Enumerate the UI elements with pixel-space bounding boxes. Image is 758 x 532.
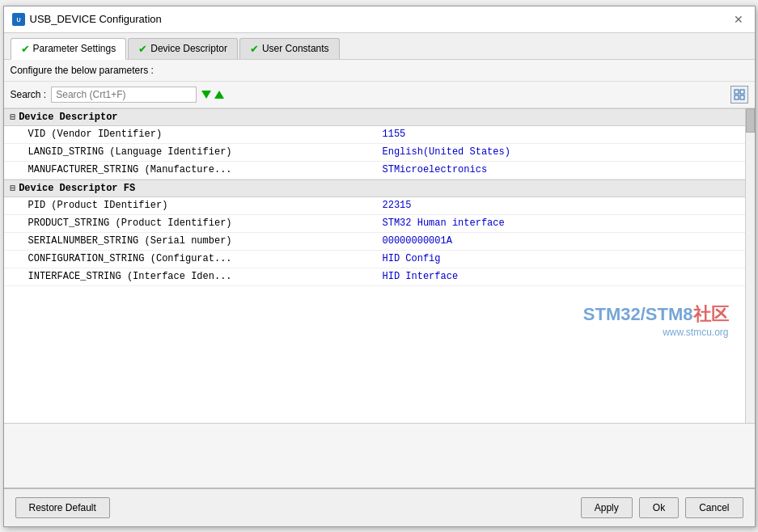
param-value[interactable]: 00000000001A (376, 233, 459, 249)
table-row: VID (Vendor IDentifier) 1155 (4, 126, 745, 144)
watermark-line1: STM32/STM8社区 (583, 302, 729, 327)
title-bar-left: U USB_DEVICE Configuration (12, 13, 162, 26)
grid-view-button[interactable] (730, 86, 748, 103)
svg-rect-4 (735, 95, 739, 99)
apply-button[interactable]: Apply (581, 497, 633, 518)
content-area: Configure the below parameters : Search … (4, 60, 755, 488)
tab-label: User Constants (262, 43, 329, 54)
param-name: PID (Product IDentifier) (4, 197, 376, 213)
svg-rect-3 (740, 90, 744, 94)
tab-check-icon: ✔ (250, 43, 259, 55)
ok-button[interactable]: Ok (639, 497, 679, 518)
collapse-icon[interactable]: ⊟ (11, 183, 16, 193)
configure-text: Configure the below parameters : (4, 60, 755, 82)
section-header-device-descriptor: ⊟ Device Descriptor (4, 108, 745, 126)
watermark-stm32: STM32/STM8 (583, 304, 693, 324)
window-title: USB_DEVICE Configuration (30, 13, 162, 25)
table-row: PRODUCT_STRING (Product Identifier) STM3… (4, 215, 745, 233)
footer-right-buttons: Apply Ok Cancel (581, 497, 743, 518)
scrollbar-thumb[interactable] (746, 108, 755, 133)
param-value[interactable]: 1155 (376, 126, 413, 142)
table-row: INTERFACE_STRING (Interface Iden... HID … (4, 268, 745, 286)
collapse-icon[interactable]: ⊟ (11, 112, 16, 122)
table-row: LANGID_STRING (Language Identifier) Engl… (4, 144, 745, 162)
param-name: VID (Vendor IDentifier) (4, 126, 376, 142)
svg-text:U: U (16, 17, 20, 23)
svg-rect-2 (735, 90, 739, 94)
tabs-bar: ✔ Parameter Settings ✔ Device Descriptor… (4, 33, 755, 60)
tab-device-descriptor[interactable]: ✔ Device Descriptor (128, 38, 238, 59)
param-name: MANUFACTURER_STRING (Manufacture... (4, 162, 376, 178)
tab-check-icon: ✔ (138, 43, 147, 55)
table-row: PID (Product IDentifier) 22315 (4, 197, 745, 215)
close-button[interactable]: ✕ (730, 11, 747, 27)
title-bar: U USB_DEVICE Configuration ✕ (4, 6, 755, 33)
param-name: PRODUCT_STRING (Product Identifier) (4, 215, 376, 231)
tab-parameter-settings[interactable]: ✔ Parameter Settings (11, 38, 127, 60)
search-arrows (201, 91, 224, 99)
bottom-panel (4, 423, 755, 488)
tab-check-icon: ✔ (21, 43, 30, 55)
tab-label: Device Descriptor (150, 43, 227, 54)
param-value[interactable]: English(United States) (376, 144, 517, 160)
param-value[interactable]: STMicroelectronics (376, 162, 494, 178)
tab-label: Parameter Settings (33, 43, 116, 54)
table-row: CONFIGURATION_STRING (Configurat... HID … (4, 251, 745, 268)
main-window: U USB_DEVICE Configuration ✕ ✔ Parameter… (3, 6, 756, 527)
search-bar: Search : (4, 82, 755, 108)
table-row: MANUFACTURER_STRING (Manufacture... STMi… (4, 162, 745, 179)
table-row: SERIALNUMBER_STRING (Serial number) 0000… (4, 233, 745, 251)
search-input[interactable] (51, 87, 197, 103)
table-scroll-wrapper: ⊟ Device Descriptor VID (Vendor IDentifi… (4, 108, 755, 423)
window-icon: U (12, 13, 25, 26)
cancel-button[interactable]: Cancel (685, 497, 743, 518)
param-name: CONFIGURATION_STRING (Configurat... (4, 251, 376, 267)
section-label: Device Descriptor FS (19, 183, 135, 194)
restore-default-button[interactable]: Restore Default (15, 497, 110, 518)
param-value[interactable]: HID Interface (376, 268, 465, 285)
watermark-area: STM32/STM8社区 www.stmcu.org (4, 286, 745, 423)
section-header-device-descriptor-fs: ⊟ Device Descriptor FS (4, 179, 745, 197)
arrow-down-btn[interactable] (201, 91, 211, 99)
param-value[interactable]: 22315 (376, 197, 418, 213)
params-table: ⊟ Device Descriptor VID (Vendor IDentifi… (4, 108, 745, 423)
section-label: Device Descriptor (19, 112, 117, 123)
arrow-up-btn[interactable] (214, 91, 224, 99)
svg-rect-5 (740, 95, 744, 99)
param-name: LANGID_STRING (Language Identifier) (4, 144, 376, 160)
param-value[interactable]: STM32 Human interface (376, 215, 511, 231)
param-value[interactable]: HID Config (376, 251, 447, 267)
tab-user-constants[interactable]: ✔ User Constants (239, 38, 340, 59)
watermark-suffix: 社区 (693, 304, 729, 324)
vertical-scrollbar[interactable] (745, 108, 755, 423)
watermark-line2: www.stmcu.org (583, 327, 729, 338)
watermark: STM32/STM8社区 www.stmcu.org (583, 302, 729, 338)
param-name: SERIALNUMBER_STRING (Serial number) (4, 233, 376, 249)
search-label: Search : (11, 89, 47, 100)
footer: Restore Default Apply Ok Cancel (4, 488, 755, 526)
param-name: INTERFACE_STRING (Interface Iden... (4, 268, 376, 285)
